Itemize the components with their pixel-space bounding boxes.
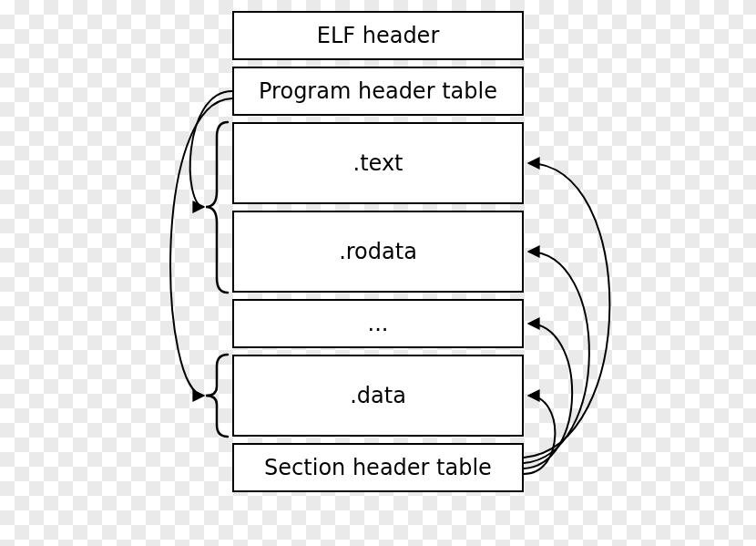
arrows-overlay (0, 0, 756, 546)
arrow-sht-to-rodata (524, 252, 589, 463)
brace-left-lower (206, 355, 228, 437)
brace-left-upper (206, 122, 228, 293)
arrow-sht-to-text (524, 163, 609, 458)
elf-layout-diagram: ELF header Program header table .text .r… (0, 0, 756, 546)
arrow-pht-to-lower-segment (170, 98, 232, 396)
arrow-pht-to-upper-segment (190, 91, 232, 207)
